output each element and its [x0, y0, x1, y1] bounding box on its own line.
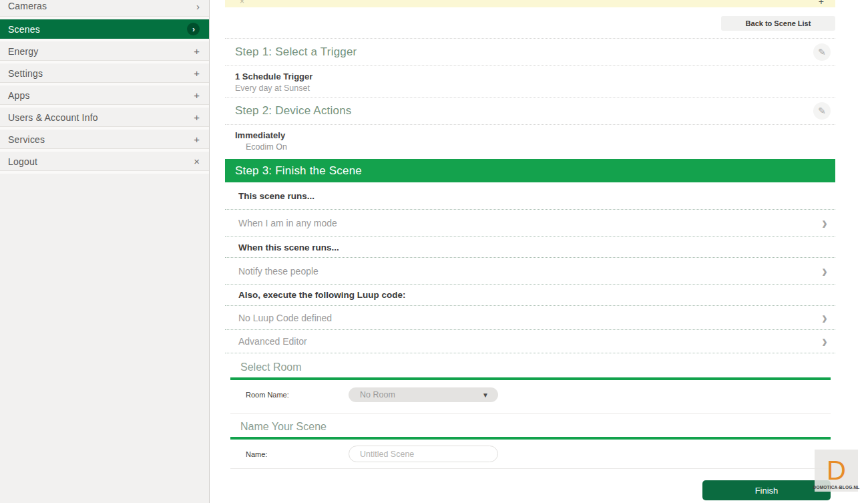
- sidebar-item-label: Cameras: [8, 1, 196, 11]
- actions-subtitle: Ecodim On: [235, 142, 835, 152]
- back-row: Back to Scene List: [225, 16, 835, 31]
- banner-glyph-left: ×: [240, 0, 244, 6]
- sidebar-item-apps[interactable]: Apps +: [0, 86, 209, 108]
- pencil-icon: ✎: [818, 47, 826, 57]
- name-scene-heading: Name Your Scene: [225, 421, 835, 433]
- trigger-summary: 1 Schedule Trigger Every day at Sunset: [225, 66, 835, 97]
- room-select[interactable]: No Room ▼: [349, 387, 498, 402]
- sidebar-item-settings[interactable]: Settings +: [0, 63, 209, 86]
- sidebar-item-services[interactable]: Services +: [0, 130, 209, 152]
- dropdown-arrow-icon: ▼: [482, 391, 489, 399]
- edit-step1-button[interactable]: ✎: [813, 43, 831, 61]
- watermark-letter: D: [827, 456, 846, 485]
- room-select-value: No Room: [360, 390, 482, 399]
- notify-people-row[interactable]: Notify these people ›: [225, 257, 835, 284]
- luup-code-label: Also, execute the following Luup code:: [238, 290, 406, 300]
- select-room-heading: Select Room: [225, 353, 835, 373]
- footer: Finish: [225, 469, 835, 503]
- sidebar-item-users-account-info[interactable]: Users & Account Info +: [0, 108, 209, 130]
- notify-people-label: Notify these people: [238, 266, 822, 277]
- scene-editor-panel: × + Back to Scene List Step 1: Select a …: [225, 0, 835, 503]
- step1-title: Step 1: Select a Trigger: [235, 45, 813, 59]
- sidebar-item-label: Settings: [8, 68, 194, 79]
- luup-code-value: No Luup Code defined: [238, 313, 822, 323]
- mode-selector-label: When I am in any mode: [238, 218, 822, 228]
- luup-code-label-row: Also, execute the following Luup code:: [225, 284, 835, 305]
- banner-glyph-right: +: [819, 0, 824, 7]
- plus-icon: +: [194, 134, 200, 144]
- when-scene-runs-label-row: When this scene runs...: [225, 236, 835, 257]
- room-name-label: Room Name:: [246, 391, 349, 399]
- sidebar: Cameras › Scenes › Energy + Settings + A…: [0, 0, 210, 503]
- plus-icon: +: [194, 68, 200, 78]
- finish-button[interactable]: Finish: [702, 480, 831, 500]
- green-rule: [230, 377, 831, 380]
- actions-title: Immediately: [235, 130, 835, 140]
- step2-title: Step 2: Device Actions: [235, 104, 813, 118]
- sidebar-item-label: Apps: [8, 90, 194, 101]
- divider: [230, 413, 831, 414]
- plus-icon: +: [194, 112, 200, 122]
- sidebar-item-label: Scenes: [8, 24, 187, 35]
- mode-selector-row[interactable]: When I am in any mode ›: [225, 209, 835, 236]
- edit-step2-button[interactable]: ✎: [813, 102, 831, 120]
- sidebar-item-cameras[interactable]: Cameras ›: [0, 0, 209, 19]
- chevron-right-icon: ›: [822, 214, 827, 232]
- actions-summary: Immediately Ecodim On: [225, 125, 835, 159]
- advanced-editor-label: Advanced Editor: [238, 336, 822, 347]
- watermark-text: DOMOTICA-BLOG.NL: [813, 485, 860, 492]
- trigger-title: 1 Schedule Trigger: [235, 71, 835, 81]
- green-rule: [230, 437, 831, 440]
- step3-header: Step 3: Finish the Scene: [225, 159, 835, 182]
- room-form-row: Room Name: No Room ▼: [225, 387, 835, 402]
- advanced-editor-row[interactable]: Advanced Editor ›: [225, 329, 835, 353]
- pencil-icon: ✎: [818, 106, 826, 116]
- notification-banner: × +: [225, 0, 835, 7]
- luup-code-row[interactable]: No Luup Code defined ›: [225, 305, 835, 329]
- scene-runs-label-row: This scene runs...: [225, 182, 835, 209]
- sidebar-item-scenes[interactable]: Scenes ›: [0, 19, 209, 41]
- domotica-blog-watermark: D DOMOTICA-BLOG.NL: [815, 450, 858, 492]
- plus-icon: +: [194, 90, 200, 100]
- back-to-scene-list-button[interactable]: Back to Scene List: [721, 16, 835, 31]
- trigger-subtitle: Every day at Sunset: [235, 83, 835, 93]
- sidebar-item-logout[interactable]: Logout ×: [0, 152, 209, 174]
- scene-name-label: Name:: [246, 450, 349, 458]
- sidebar-item-label: Energy: [8, 46, 194, 57]
- chevron-right-icon: ›: [822, 332, 827, 351]
- chevron-right-icon: ›: [196, 1, 200, 11]
- close-icon: ×: [194, 156, 200, 166]
- scene-name-input[interactable]: [349, 446, 498, 462]
- sidebar-item-label: Services: [8, 134, 194, 145]
- scene-runs-label: This scene runs...: [238, 191, 314, 201]
- sidebar-item-energy[interactable]: Energy +: [0, 41, 209, 63]
- name-form-row: Name:: [225, 446, 835, 462]
- chevron-right-icon: ›: [822, 262, 827, 281]
- step1-header: Step 1: Select a Trigger ✎: [225, 39, 835, 65]
- when-scene-runs-label: When this scene runs...: [238, 242, 339, 253]
- sidebar-item-label: Logout: [8, 156, 194, 167]
- chevron-right-circle-icon: ›: [187, 23, 200, 35]
- chevron-right-icon: ›: [822, 309, 827, 327]
- sidebar-item-label: Users & Account Info: [8, 112, 194, 123]
- plus-icon: +: [194, 46, 200, 56]
- step2-header: Step 2: Device Actions ✎: [225, 98, 835, 124]
